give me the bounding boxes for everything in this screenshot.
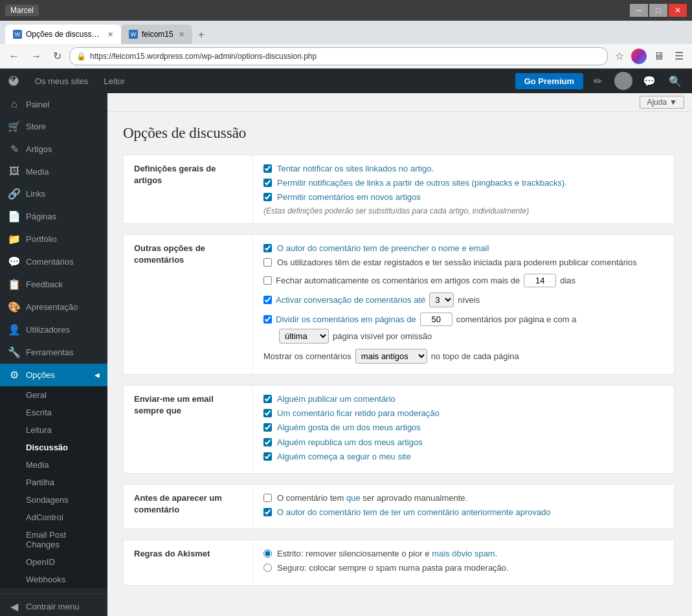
email-like-label[interactable]: Alguém gosta de um dos meus artigos xyxy=(277,422,421,434)
tab2-close-icon[interactable]: ✕ xyxy=(179,30,184,39)
sidebar-item-painel[interactable]: ⌂ Painel xyxy=(0,93,107,115)
refresh-button[interactable]: ↻ xyxy=(49,49,65,63)
sidebar-item-ferramentas[interactable]: 🔧 Ferramentas xyxy=(0,341,107,364)
browser-tab-active[interactable]: W Opções de discussão ‹ fei ✕ xyxy=(5,25,121,44)
email-reblog-label[interactable]: Alguém republica um dos meus artigos xyxy=(277,437,423,448)
address-input[interactable] xyxy=(90,52,601,61)
submenu-leitura[interactable]: Leitura xyxy=(0,421,107,439)
submenu-partilha[interactable]: Partilha xyxy=(0,474,107,491)
title-bar: Marcel ─ □ ✕ xyxy=(0,0,692,21)
close-button[interactable]: ✕ xyxy=(669,4,687,17)
allow-pings-label[interactable]: Permitir notificações de links a partir … xyxy=(277,177,567,189)
secure-radio[interactable] xyxy=(263,564,272,572)
new-tab-button[interactable]: + xyxy=(192,26,210,44)
sidebar-item-store[interactable]: 🛒 Store xyxy=(0,115,107,138)
secure-label[interactable]: Seguro: colocar sempre o spam numa pasta… xyxy=(277,562,509,574)
submenu-sondagens[interactable]: Sondagens xyxy=(0,491,107,509)
address-bar[interactable]: 🔒 xyxy=(69,47,608,65)
sidebar-item-media[interactable]: 🖼 Media xyxy=(0,160,107,182)
email-follow-label[interactable]: Alguém começa a seguir o meu site xyxy=(277,451,411,463)
sidebar-item-opcoes[interactable]: ⚙ Opções ◀ xyxy=(0,364,107,386)
sidebar-item-paginas[interactable]: 📄 Páginas xyxy=(0,205,107,228)
close-comments-days-input[interactable] xyxy=(524,274,556,287)
email-follow-checkbox[interactable] xyxy=(263,452,272,461)
checkbox-email-reblog: Alguém republica um dos meus artigos xyxy=(263,437,664,448)
star-button[interactable]: ☆ xyxy=(612,48,627,64)
require-login-checkbox[interactable] xyxy=(263,258,272,267)
wp-admin: Os meus sites Leitor Go Premium ✏ 💬 🔍 ⌂ … xyxy=(0,69,692,616)
require-login-label[interactable]: Os utilizadores têm de estar registados … xyxy=(277,257,637,269)
submenu-webhooks[interactable]: Webhooks xyxy=(0,571,107,588)
allow-pings-checkbox[interactable] xyxy=(263,179,272,187)
sidebar-item-comentarios[interactable]: 💬 Comentários xyxy=(0,250,107,273)
help-button[interactable]: Ajuda ▼ xyxy=(640,96,684,109)
email-moderation-checkbox[interactable] xyxy=(263,409,272,417)
browser-ext1[interactable] xyxy=(631,49,647,64)
before-appear-content: O comentário tem que ser aprovado manual… xyxy=(253,484,675,529)
submenu-adcontrol[interactable]: AdControl xyxy=(0,509,107,526)
submenu-openid[interactable]: OpenID xyxy=(0,553,107,571)
close-comments-checkbox[interactable] xyxy=(263,276,272,285)
sidebar-contract-label: Contrair menu xyxy=(26,602,79,611)
comments-order-suffix: no topo de cada página xyxy=(431,351,519,361)
allow-comments-label[interactable]: Permitir comentários em novos artigos xyxy=(277,192,421,203)
paginate-checkbox[interactable] xyxy=(263,315,272,324)
email-comment-label[interactable]: Alguém publicar um comentário xyxy=(277,393,396,405)
submenu-geral[interactable]: Geral xyxy=(0,386,107,404)
sidebar-item-apresentacao[interactable]: 🎨 Apresentação xyxy=(0,296,107,318)
wp-logo[interactable] xyxy=(0,69,27,93)
reader-menu[interactable]: Leitor xyxy=(96,69,133,93)
sidebar-item-links[interactable]: 🔗 Links xyxy=(0,182,107,205)
avatar-button[interactable] xyxy=(612,69,635,93)
sidebar-item-feedback[interactable]: 📋 Feedback xyxy=(0,273,107,296)
strict-radio[interactable] xyxy=(263,549,272,558)
sidebar-item-artigos[interactable]: ✎ Artigos xyxy=(0,138,107,160)
prev-approved-checkbox[interactable] xyxy=(263,508,272,516)
submenu-discussao[interactable]: Discussão xyxy=(0,439,107,456)
avatar xyxy=(614,72,632,90)
manual-approval-label[interactable]: O comentário tem que ser aprovado manual… xyxy=(277,492,467,504)
browser-menu[interactable]: ☰ xyxy=(671,48,687,64)
painel-icon: ⌂ xyxy=(8,98,21,110)
browser-tab-inactive[interactable]: W feicom15 ✕ xyxy=(121,25,192,44)
maximize-button[interactable]: □ xyxy=(649,4,667,17)
tab2-label: feicom15 xyxy=(142,30,173,39)
require-name-email-label[interactable]: O autor do comentário tem de preencher o… xyxy=(277,243,489,254)
comments-order-select[interactable]: mais antigosmais recentes xyxy=(355,349,427,364)
email-moderation-label[interactable]: Um comentário ficar retido para moderaçã… xyxy=(277,408,440,419)
go-premium-button[interactable]: Go Premium xyxy=(515,73,583,89)
prev-approved-label[interactable]: O autor do comentário tem de ter um come… xyxy=(277,507,551,518)
sidebar-item-portfolio[interactable]: 📁 Portfolio xyxy=(0,228,107,250)
email-like-checkbox[interactable] xyxy=(263,423,272,432)
page-visible-select[interactable]: últimaprimeira xyxy=(279,329,329,344)
edit-icon-button[interactable]: ✏ xyxy=(586,69,609,93)
tab-close-icon[interactable]: ✕ xyxy=(107,30,113,39)
my-sites-menu[interactable]: Os meus sites xyxy=(27,69,96,93)
submenu-media[interactable]: Media xyxy=(0,456,107,474)
submenu-emailpostchanges[interactable]: Email Post Changes xyxy=(0,526,107,553)
notifications-button[interactable]: 💬 xyxy=(638,69,661,93)
days-label: dias xyxy=(560,276,575,285)
submenu-escrita[interactable]: Escrita xyxy=(0,404,107,421)
notify-sites-checkbox[interactable] xyxy=(263,164,272,173)
allow-comments-checkbox[interactable] xyxy=(263,193,272,201)
sidebar-label-painel: Painel xyxy=(26,100,49,109)
email-comment-checkbox[interactable] xyxy=(263,395,272,403)
minimize-button[interactable]: ─ xyxy=(630,4,648,17)
sidebar-submenu-opcoes: Geral Escrita Leitura Discussão Media Pa… xyxy=(0,386,107,588)
manual-approval-checkbox[interactable] xyxy=(263,494,272,502)
thread-comments-checkbox[interactable] xyxy=(263,296,272,304)
notify-sites-label[interactable]: Tentar notificar os sites linkados no ar… xyxy=(277,163,434,175)
email-reblog-checkbox[interactable] xyxy=(263,438,272,446)
thread-depth-select[interactable]: 3245 xyxy=(429,292,454,307)
browser-ext2[interactable]: 🖥 xyxy=(651,49,667,64)
sidebar-contract-menu[interactable]: ◀ Contrair menu xyxy=(0,593,107,616)
require-name-email-checkbox[interactable] xyxy=(263,244,272,252)
sidebar-item-utilizadores[interactable]: 👤 Utilizadores xyxy=(0,318,107,341)
back-button[interactable]: ← xyxy=(5,49,23,63)
strict-label[interactable]: Estrito: remover silenciosamente o pior … xyxy=(277,548,497,560)
forward-button[interactable]: → xyxy=(27,49,45,63)
search-button[interactable]: 🔍 xyxy=(664,69,687,93)
comments-per-page-input[interactable] xyxy=(420,313,452,326)
sidebar-label-apresentacao: Apresentação xyxy=(26,302,78,312)
